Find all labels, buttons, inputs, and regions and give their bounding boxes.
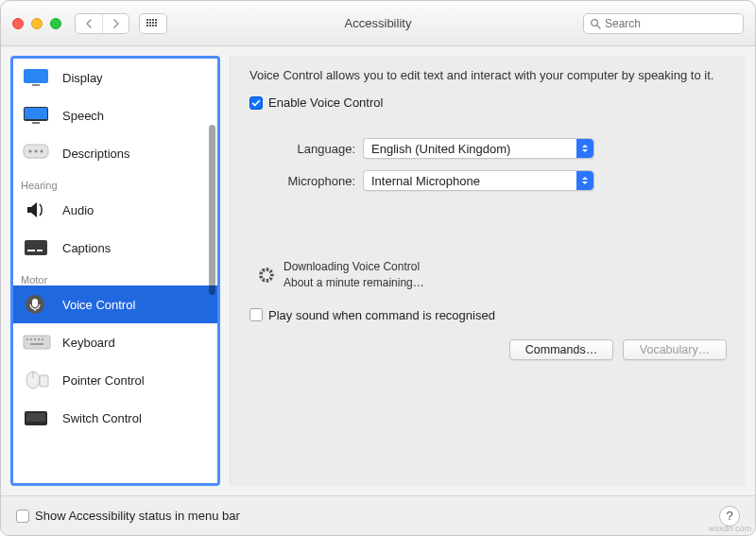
commands-button-label: Commands… [525, 343, 597, 356]
sidebar-item-label: Speech [62, 109, 104, 123]
svg-rect-13 [37, 250, 43, 251]
enable-voice-control-row: Enable Voice Control [249, 95, 734, 110]
svg-rect-19 [34, 338, 36, 340]
spinner-icon [259, 268, 274, 283]
svg-rect-18 [30, 338, 32, 340]
titlebar: Accessibility [1, 1, 755, 46]
sidebar-item-label: Keyboard [62, 336, 115, 350]
svg-rect-27 [26, 413, 45, 422]
microphone-select[interactable]: Internal Microphone [363, 170, 594, 191]
sidebar-item-switch-control[interactable]: Switch Control [13, 399, 217, 437]
enable-voice-control-label: Enable Voice Control [268, 95, 383, 110]
svg-rect-21 [42, 338, 43, 340]
voice-control-icon [21, 292, 53, 317]
play-sound-checkbox[interactable] [249, 308, 263, 321]
sidebar-item-descriptions[interactable]: Descriptions [13, 134, 217, 172]
microphone-value: Internal Microphone [371, 174, 480, 188]
show-all-button[interactable] [139, 13, 167, 34]
keyboard-icon [21, 330, 53, 354]
enable-voice-control-checkbox[interactable] [249, 96, 263, 110]
back-button[interactable] [76, 14, 102, 33]
grid-icon [146, 19, 160, 28]
sidebar-scrollbar[interactable] [209, 68, 215, 474]
svg-point-8 [28, 149, 31, 152]
sidebar-item-display[interactable]: Display [13, 59, 217, 96]
footer: Show Accessibility status in menu bar ? [1, 495, 755, 535]
audio-icon [21, 198, 53, 222]
play-sound-label: Play sound when command is recognised [268, 308, 495, 322]
chevron-left-icon [85, 19, 93, 28]
sidebar-section-hearing: Hearing [13, 172, 217, 191]
language-select[interactable]: English (United Kingdom) [363, 138, 594, 159]
chevron-updown-icon [576, 171, 593, 190]
sidebar-item-voice-control[interactable]: Voice Control [13, 285, 217, 323]
download-line2: About a minute remaining… [284, 275, 424, 291]
pane-description: Voice Control allows you to edit text an… [249, 67, 734, 84]
svg-rect-20 [38, 338, 40, 340]
switch-control-icon [21, 406, 53, 430]
download-status: Downloading Voice Control About a minute… [249, 259, 734, 291]
sidebar-item-audio[interactable]: Audio [13, 191, 217, 229]
svg-rect-3 [32, 84, 40, 86]
captions-icon [21, 235, 53, 260]
svg-rect-6 [32, 122, 40, 124]
sidebar-item-label: Display [62, 71, 103, 85]
language-label: Language: [249, 142, 363, 156]
svg-line-1 [597, 25, 600, 27]
search-icon [590, 18, 601, 29]
sidebar-item-keyboard[interactable]: Keyboard [13, 323, 217, 361]
svg-rect-11 [25, 240, 47, 255]
sidebar: Display Speech Descriptions [10, 56, 220, 486]
close-icon[interactable] [12, 18, 24, 29]
sidebar-item-label: Descriptions [62, 147, 130, 161]
content-area: Display Speech Descriptions [1, 46, 755, 495]
sidebar-item-captions[interactable]: Captions [13, 229, 217, 267]
svg-rect-16 [24, 336, 50, 349]
display-icon [21, 65, 53, 90]
chevron-right-icon [112, 19, 120, 28]
svg-point-9 [34, 149, 37, 152]
svg-rect-5 [25, 108, 47, 119]
sidebar-item-label: Captions [62, 241, 111, 255]
question-icon: ? [726, 509, 732, 523]
forward-button[interactable] [102, 14, 129, 33]
svg-rect-12 [27, 250, 35, 251]
language-value: English (United Kingdom) [371, 142, 510, 156]
sidebar-section-motor: Motor [13, 267, 217, 285]
chevron-updown-icon [576, 139, 593, 158]
minimize-icon[interactable] [31, 18, 43, 29]
nav-back-forward [75, 13, 129, 34]
menubar-status-label: Show Accessibility status in menu bar [35, 509, 240, 523]
play-sound-row: Play sound when command is recognised [249, 308, 734, 322]
pointer-control-icon [21, 368, 53, 392]
main-pane: Voice Control allows you to edit text an… [230, 56, 746, 486]
svg-rect-25 [40, 375, 48, 387]
svg-rect-2 [24, 69, 48, 83]
microphone-label: Microphone: [249, 174, 363, 188]
menubar-status-checkbox[interactable] [16, 510, 29, 523]
sidebar-item-label: Switch Control [62, 411, 142, 425]
button-row: Commands… Vocabulary… [249, 339, 734, 360]
download-line1: Downloading Voice Control [284, 259, 424, 275]
svg-rect-22 [30, 343, 43, 345]
voice-control-form: Language: English (United Kingdom) Micro… [249, 138, 734, 202]
commands-button[interactable]: Commands… [509, 339, 613, 360]
vocabulary-button-label: Vocabulary… [640, 343, 710, 356]
vocabulary-button[interactable]: Vocabulary… [623, 339, 727, 360]
sidebar-item-pointer-control[interactable]: Pointer Control [13, 361, 217, 399]
window-controls [12, 18, 61, 29]
svg-point-10 [40, 149, 43, 152]
preferences-window: Accessibility Display [0, 0, 756, 536]
search-field[interactable] [583, 13, 744, 34]
sidebar-item-speech[interactable]: Speech [13, 96, 217, 134]
watermark: wsxdn.com [709, 524, 751, 533]
sidebar-item-label: Audio [62, 203, 94, 217]
sidebar-item-label: Pointer Control [62, 373, 145, 388]
svg-rect-17 [26, 338, 28, 340]
speech-icon [21, 103, 53, 128]
search-input[interactable] [605, 17, 747, 30]
descriptions-icon [21, 141, 53, 165]
maximize-icon[interactable] [50, 18, 61, 29]
sidebar-item-label: Voice Control [62, 298, 135, 312]
